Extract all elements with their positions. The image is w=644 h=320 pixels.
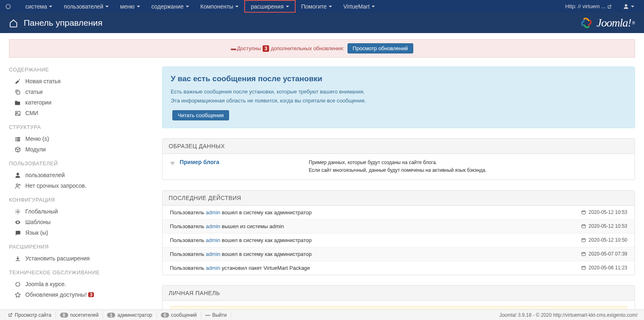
navbar-item-меню[interactable]: меню bbox=[114, 0, 146, 13]
chevron-down-icon bbox=[186, 6, 189, 7]
visitors-label: посетителей bbox=[70, 312, 99, 318]
messages-badge: 0 bbox=[161, 313, 169, 318]
sidebar-item[interactable]: категории bbox=[9, 97, 154, 108]
svg-rect-6 bbox=[17, 138, 20, 140]
user-link[interactable]: admin bbox=[206, 251, 220, 257]
view-updates-button[interactable]: Просмотр обновлений bbox=[348, 43, 413, 53]
sidebar-item[interactable]: Модули bbox=[9, 144, 154, 155]
trademark-icon: ® bbox=[632, 21, 635, 25]
sidebar-section-title: СОДЕРЖАНИЕ bbox=[9, 67, 154, 73]
user-link[interactable]: admin bbox=[206, 209, 220, 216]
user-link[interactable]: admin bbox=[206, 223, 220, 229]
svg-rect-5 bbox=[15, 138, 16, 140]
info-line2: Эта информационная область не появится, … bbox=[171, 96, 626, 105]
user-link[interactable]: admin bbox=[206, 265, 220, 271]
sidebar-item[interactable]: Язык (ы) bbox=[9, 227, 154, 238]
navbar-item-Компоненты[interactable]: Компоненты bbox=[195, 0, 245, 13]
badge: 3 bbox=[88, 292, 94, 297]
status-bar: Просмотр сайта 0 посетителей 1 администр… bbox=[0, 309, 644, 320]
navbar-item-Помогите[interactable]: Помогите bbox=[296, 0, 338, 13]
navbar-item-label: Помогите bbox=[301, 3, 327, 10]
sidebar-section-title: КОНФИГУРАЦИЯ bbox=[9, 197, 154, 203]
page-header: Панель управления Joomla! ® bbox=[0, 13, 644, 33]
action-row: Пользователь admin вошел в систему как а… bbox=[163, 206, 635, 219]
chevron-down-icon bbox=[286, 6, 289, 7]
sidebar-item[interactable]: Нет срочных запросов. bbox=[9, 180, 154, 191]
sidebar-item-label: Язык (ы) bbox=[25, 229, 48, 236]
messages-label: сообщений bbox=[171, 312, 197, 318]
messages-status[interactable]: 0 сообщений bbox=[157, 311, 201, 319]
svg-point-9 bbox=[16, 184, 18, 186]
panel-heading: ПОСЛЕДНИЕ ДЕЙСТВИЯ bbox=[163, 191, 635, 206]
svg-rect-15 bbox=[582, 267, 586, 270]
chevron-down-icon bbox=[105, 6, 109, 7]
sidebar-item[interactable]: Установить расширения bbox=[9, 253, 154, 264]
svg-rect-14 bbox=[582, 253, 586, 256]
system-message: ▬Доступны 3 дополнительных обновления: П… bbox=[9, 39, 635, 58]
sidebar-item[interactable]: статьи bbox=[9, 87, 154, 97]
page-title: Панель управления bbox=[24, 18, 103, 28]
sidebar-section-title: ПОЛЬЗОВАТЕЛЕЙ bbox=[9, 160, 154, 167]
sidebar-item-label: Модули bbox=[25, 146, 46, 153]
svg-rect-0 bbox=[17, 91, 20, 94]
sidebar-item[interactable]: Joomla в курсе. bbox=[9, 279, 154, 289]
visitors-status[interactable]: 0 посетителей bbox=[56, 311, 103, 319]
user-icon bbox=[14, 172, 21, 178]
sysmsg-suffix: дополнительных обновления: bbox=[271, 45, 344, 51]
navbar-item-label: система bbox=[25, 3, 47, 10]
sidebar-item[interactable]: СМИ bbox=[9, 108, 154, 118]
joomla-logo-icon bbox=[579, 15, 594, 31]
sidebar-item[interactable]: Меню (s) bbox=[9, 133, 154, 144]
sidebar-item-label: Меню (s) bbox=[25, 136, 49, 142]
sidebar-item[interactable]: Новая статья bbox=[9, 76, 154, 87]
sidebar-item[interactable]: Шаблоны bbox=[9, 217, 154, 227]
action-row: Пользователь admin вышел из системы admi… bbox=[163, 219, 635, 233]
action-row: Пользователь admin вошел в систему как а… bbox=[163, 247, 635, 261]
logout-link[interactable]: — Выйти bbox=[201, 311, 232, 319]
navbar-item-label: содержание bbox=[152, 3, 184, 10]
sample-data-panel: ОБРАЗЕЦ ДАННЫХ Пример блога Пример данны… bbox=[162, 138, 635, 180]
nouser-icon bbox=[14, 183, 21, 189]
navbar-item-система[interactable]: система bbox=[20, 0, 58, 13]
sidebar-item-label: пользователей bbox=[25, 172, 65, 178]
sidebar-section-title: ТЕХНИЧЕСКОЕ ОБСЛУЖИВАНИЕ bbox=[9, 269, 154, 276]
sidebar-item-label: Обновления доступны! bbox=[25, 291, 87, 298]
action-date: 2020-05-12 10:53 bbox=[581, 209, 627, 215]
sidebar-item[interactable]: Глобальный bbox=[9, 206, 154, 217]
admins-label: администратор bbox=[117, 312, 152, 318]
user-menu[interactable] bbox=[617, 0, 640, 13]
chevron-down-icon bbox=[137, 6, 140, 7]
joomla-icon[interactable] bbox=[4, 2, 12, 11]
navbar-item-расширения[interactable]: расширения bbox=[244, 0, 295, 13]
view-site-link[interactable]: Просмотр сайта bbox=[4, 311, 56, 319]
site-link[interactable]: Http: // virtuem ... bbox=[559, 0, 617, 13]
brand-area[interactable]: Joomla! ® bbox=[579, 15, 635, 31]
sample-blog-link[interactable]: Пример блога bbox=[180, 159, 219, 165]
sidebar-item[interactable]: пользователей bbox=[9, 170, 154, 180]
sidebar-item-label: Новая статья bbox=[25, 78, 60, 84]
copy-icon bbox=[14, 89, 21, 95]
navbar-item-VirtueMart[interactable]: VirtueMart bbox=[338, 0, 381, 13]
view-site-label: Просмотр сайта bbox=[15, 312, 51, 318]
sidebar-section-title: СТРУКТУРА bbox=[9, 124, 154, 130]
admins-status[interactable]: 1 администратор bbox=[103, 311, 156, 319]
sidebar-item[interactable]: Обновления доступны!3 bbox=[9, 289, 154, 300]
user-icon bbox=[623, 4, 629, 9]
action-text: Пользователь admin вошел в систему как а… bbox=[170, 237, 581, 243]
action-row: Пользователь admin установил пакет Virtu… bbox=[163, 261, 635, 275]
sidebar-item-label: СМИ bbox=[25, 110, 38, 116]
panel-heading: ЛИЧНАЯ ПАНЕЛЬ bbox=[163, 286, 635, 301]
navbar-item-содержание[interactable]: содержание bbox=[146, 0, 195, 13]
user-link[interactable]: admin bbox=[206, 237, 220, 243]
navbar-right: Http: // virtuem ... bbox=[559, 0, 640, 13]
navbar-item-пользователей[interactable]: пользователей bbox=[58, 0, 114, 13]
cube-icon bbox=[14, 147, 21, 153]
action-text: Пользователь admin вошел в систему как а… bbox=[170, 209, 581, 216]
action-row: Пользователь admin вошел в систему как а… bbox=[163, 233, 635, 247]
action-date: 2020-05-07 07:39 bbox=[581, 251, 627, 257]
read-messages-button[interactable]: Читать сообщения bbox=[172, 110, 229, 120]
list-icon bbox=[14, 136, 21, 142]
main-content: У вас есть сообщения после установки Ест… bbox=[162, 67, 635, 320]
info-line1: Есть важные сообщения после установки, к… bbox=[171, 87, 626, 96]
dash-icon: ▬ bbox=[231, 45, 236, 51]
